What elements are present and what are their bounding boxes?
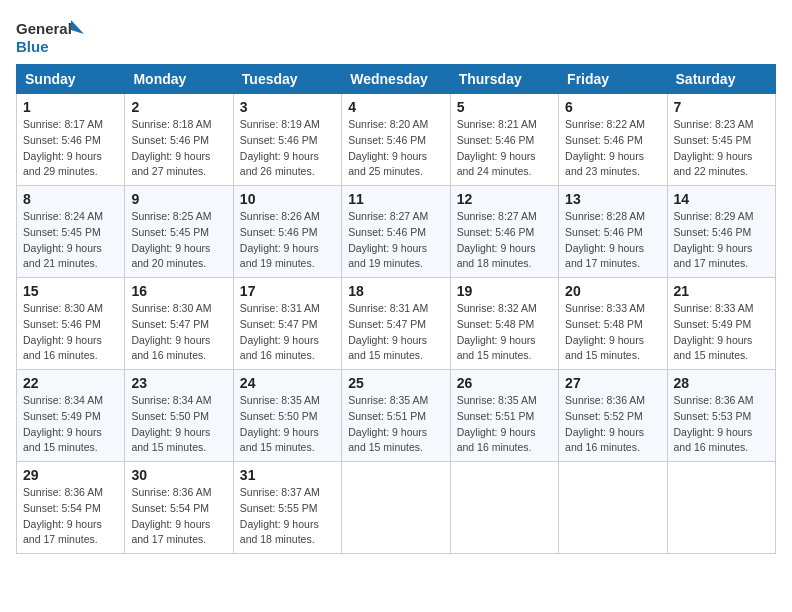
calendar-week-row: 15Sunrise: 8:30 AM Sunset: 5:46 PM Dayli…	[17, 278, 776, 370]
calendar-day-cell: 4Sunrise: 8:20 AM Sunset: 5:46 PM Daylig…	[342, 94, 450, 186]
calendar-day-cell: 2Sunrise: 8:18 AM Sunset: 5:46 PM Daylig…	[125, 94, 233, 186]
calendar-day-cell: 9Sunrise: 8:25 AM Sunset: 5:45 PM Daylig…	[125, 186, 233, 278]
calendar-week-row: 8Sunrise: 8:24 AM Sunset: 5:45 PM Daylig…	[17, 186, 776, 278]
day-info: Sunrise: 8:37 AM Sunset: 5:55 PM Dayligh…	[240, 485, 335, 548]
weekday-header: Friday	[559, 65, 667, 94]
logo: GeneralBlue	[16, 16, 86, 58]
calendar-day-cell: 12Sunrise: 8:27 AM Sunset: 5:46 PM Dayli…	[450, 186, 558, 278]
day-number: 17	[240, 283, 335, 299]
day-info: Sunrise: 8:35 AM Sunset: 5:50 PM Dayligh…	[240, 393, 335, 456]
calendar-day-cell: 28Sunrise: 8:36 AM Sunset: 5:53 PM Dayli…	[667, 370, 775, 462]
day-number: 26	[457, 375, 552, 391]
day-number: 12	[457, 191, 552, 207]
day-info: Sunrise: 8:23 AM Sunset: 5:45 PM Dayligh…	[674, 117, 769, 180]
page-header: GeneralBlue	[16, 16, 776, 58]
calendar-header-row: SundayMondayTuesdayWednesdayThursdayFrid…	[17, 65, 776, 94]
svg-marker-2	[71, 20, 84, 34]
day-info: Sunrise: 8:30 AM Sunset: 5:46 PM Dayligh…	[23, 301, 118, 364]
calendar-day-cell	[667, 462, 775, 554]
calendar-day-cell: 8Sunrise: 8:24 AM Sunset: 5:45 PM Daylig…	[17, 186, 125, 278]
calendar-day-cell: 16Sunrise: 8:30 AM Sunset: 5:47 PM Dayli…	[125, 278, 233, 370]
calendar-day-cell: 26Sunrise: 8:35 AM Sunset: 5:51 PM Dayli…	[450, 370, 558, 462]
day-info: Sunrise: 8:34 AM Sunset: 5:49 PM Dayligh…	[23, 393, 118, 456]
day-number: 1	[23, 99, 118, 115]
day-info: Sunrise: 8:31 AM Sunset: 5:47 PM Dayligh…	[348, 301, 443, 364]
day-number: 13	[565, 191, 660, 207]
day-info: Sunrise: 8:27 AM Sunset: 5:46 PM Dayligh…	[457, 209, 552, 272]
day-info: Sunrise: 8:35 AM Sunset: 5:51 PM Dayligh…	[457, 393, 552, 456]
day-info: Sunrise: 8:20 AM Sunset: 5:46 PM Dayligh…	[348, 117, 443, 180]
calendar-day-cell: 20Sunrise: 8:33 AM Sunset: 5:48 PM Dayli…	[559, 278, 667, 370]
svg-text:General: General	[16, 20, 72, 37]
calendar-day-cell	[450, 462, 558, 554]
day-number: 24	[240, 375, 335, 391]
calendar-day-cell: 27Sunrise: 8:36 AM Sunset: 5:52 PM Dayli…	[559, 370, 667, 462]
weekday-header: Wednesday	[342, 65, 450, 94]
day-info: Sunrise: 8:27 AM Sunset: 5:46 PM Dayligh…	[348, 209, 443, 272]
day-info: Sunrise: 8:36 AM Sunset: 5:53 PM Dayligh…	[674, 393, 769, 456]
day-number: 22	[23, 375, 118, 391]
calendar-day-cell: 3Sunrise: 8:19 AM Sunset: 5:46 PM Daylig…	[233, 94, 341, 186]
day-number: 15	[23, 283, 118, 299]
day-info: Sunrise: 8:19 AM Sunset: 5:46 PM Dayligh…	[240, 117, 335, 180]
day-info: Sunrise: 8:36 AM Sunset: 5:52 PM Dayligh…	[565, 393, 660, 456]
calendar-week-row: 1Sunrise: 8:17 AM Sunset: 5:46 PM Daylig…	[17, 94, 776, 186]
calendar-day-cell: 17Sunrise: 8:31 AM Sunset: 5:47 PM Dayli…	[233, 278, 341, 370]
calendar-day-cell: 5Sunrise: 8:21 AM Sunset: 5:46 PM Daylig…	[450, 94, 558, 186]
day-number: 21	[674, 283, 769, 299]
day-info: Sunrise: 8:29 AM Sunset: 5:46 PM Dayligh…	[674, 209, 769, 272]
day-number: 10	[240, 191, 335, 207]
day-info: Sunrise: 8:17 AM Sunset: 5:46 PM Dayligh…	[23, 117, 118, 180]
day-number: 27	[565, 375, 660, 391]
day-number: 18	[348, 283, 443, 299]
calendar-week-row: 22Sunrise: 8:34 AM Sunset: 5:49 PM Dayli…	[17, 370, 776, 462]
day-info: Sunrise: 8:34 AM Sunset: 5:50 PM Dayligh…	[131, 393, 226, 456]
calendar-day-cell: 14Sunrise: 8:29 AM Sunset: 5:46 PM Dayli…	[667, 186, 775, 278]
weekday-header: Tuesday	[233, 65, 341, 94]
calendar-day-cell: 13Sunrise: 8:28 AM Sunset: 5:46 PM Dayli…	[559, 186, 667, 278]
day-number: 9	[131, 191, 226, 207]
calendar-day-cell: 23Sunrise: 8:34 AM Sunset: 5:50 PM Dayli…	[125, 370, 233, 462]
weekday-header: Monday	[125, 65, 233, 94]
day-number: 7	[674, 99, 769, 115]
day-info: Sunrise: 8:24 AM Sunset: 5:45 PM Dayligh…	[23, 209, 118, 272]
calendar-day-cell: 11Sunrise: 8:27 AM Sunset: 5:46 PM Dayli…	[342, 186, 450, 278]
calendar-day-cell: 21Sunrise: 8:33 AM Sunset: 5:49 PM Dayli…	[667, 278, 775, 370]
day-info: Sunrise: 8:22 AM Sunset: 5:46 PM Dayligh…	[565, 117, 660, 180]
day-number: 30	[131, 467, 226, 483]
day-number: 28	[674, 375, 769, 391]
calendar-day-cell: 30Sunrise: 8:36 AM Sunset: 5:54 PM Dayli…	[125, 462, 233, 554]
calendar-day-cell: 24Sunrise: 8:35 AM Sunset: 5:50 PM Dayli…	[233, 370, 341, 462]
day-number: 6	[565, 99, 660, 115]
day-number: 23	[131, 375, 226, 391]
calendar-day-cell: 7Sunrise: 8:23 AM Sunset: 5:45 PM Daylig…	[667, 94, 775, 186]
day-number: 29	[23, 467, 118, 483]
day-number: 16	[131, 283, 226, 299]
day-number: 2	[131, 99, 226, 115]
day-number: 4	[348, 99, 443, 115]
day-number: 14	[674, 191, 769, 207]
weekday-header: Sunday	[17, 65, 125, 94]
calendar-day-cell: 31Sunrise: 8:37 AM Sunset: 5:55 PM Dayli…	[233, 462, 341, 554]
weekday-header: Thursday	[450, 65, 558, 94]
calendar-day-cell: 29Sunrise: 8:36 AM Sunset: 5:54 PM Dayli…	[17, 462, 125, 554]
calendar-day-cell: 25Sunrise: 8:35 AM Sunset: 5:51 PM Dayli…	[342, 370, 450, 462]
day-number: 20	[565, 283, 660, 299]
day-info: Sunrise: 8:31 AM Sunset: 5:47 PM Dayligh…	[240, 301, 335, 364]
svg-text:Blue: Blue	[16, 38, 49, 55]
day-info: Sunrise: 8:25 AM Sunset: 5:45 PM Dayligh…	[131, 209, 226, 272]
calendar-day-cell: 6Sunrise: 8:22 AM Sunset: 5:46 PM Daylig…	[559, 94, 667, 186]
day-info: Sunrise: 8:35 AM Sunset: 5:51 PM Dayligh…	[348, 393, 443, 456]
day-info: Sunrise: 8:32 AM Sunset: 5:48 PM Dayligh…	[457, 301, 552, 364]
day-number: 25	[348, 375, 443, 391]
day-info: Sunrise: 8:18 AM Sunset: 5:46 PM Dayligh…	[131, 117, 226, 180]
day-number: 5	[457, 99, 552, 115]
calendar-day-cell: 1Sunrise: 8:17 AM Sunset: 5:46 PM Daylig…	[17, 94, 125, 186]
logo-svg: GeneralBlue	[16, 16, 86, 58]
weekday-header: Saturday	[667, 65, 775, 94]
day-number: 31	[240, 467, 335, 483]
day-info: Sunrise: 8:36 AM Sunset: 5:54 PM Dayligh…	[131, 485, 226, 548]
calendar-day-cell: 15Sunrise: 8:30 AM Sunset: 5:46 PM Dayli…	[17, 278, 125, 370]
calendar-day-cell: 22Sunrise: 8:34 AM Sunset: 5:49 PM Dayli…	[17, 370, 125, 462]
day-number: 3	[240, 99, 335, 115]
